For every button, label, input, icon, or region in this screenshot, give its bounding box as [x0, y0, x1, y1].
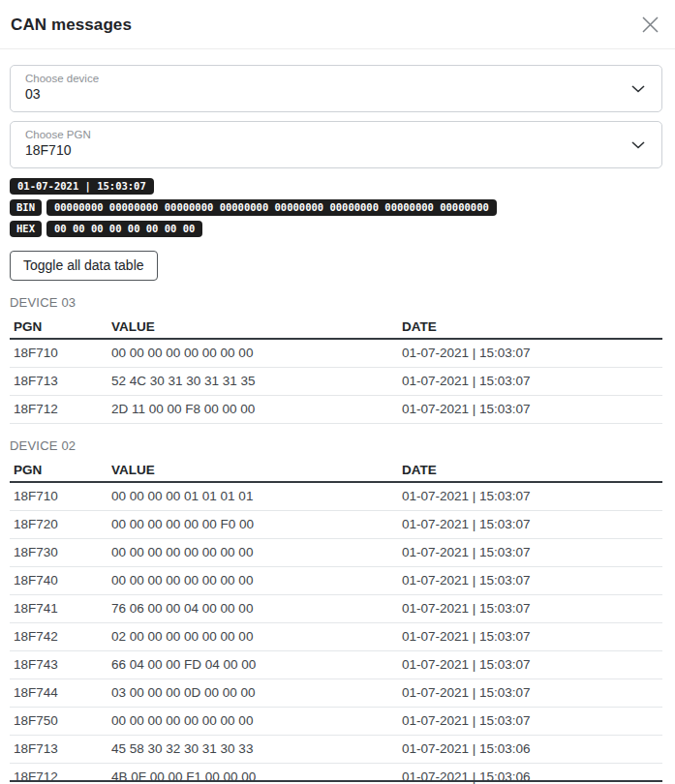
- column-header-pgn: PGN: [10, 315, 107, 339]
- pgn-cell: 18F710: [10, 482, 107, 511]
- partial-next-table-border: [10, 780, 662, 782]
- table-row: 18F7122D 11 00 00 F8 00 00 0001-07-2021 …: [10, 396, 662, 424]
- can-messages-table: PGNVALUEDATE 18F71000 00 00 00 01 01 01 …: [10, 458, 662, 784]
- date-cell: 01-07-2021 | 15:03:06: [398, 736, 662, 764]
- table-row: 18F74000 00 00 00 00 00 00 0001-07-2021 …: [10, 567, 662, 595]
- date-cell: 01-07-2021 | 15:03:07: [398, 539, 662, 567]
- pgn-cell: 18F713: [10, 368, 107, 396]
- table-row: 18F74202 00 00 00 00 00 00 0001-07-2021 …: [10, 623, 662, 651]
- value-cell: 66 04 00 00 FD 04 00 00: [107, 651, 398, 679]
- table-row: 18F71352 4C 30 31 30 31 31 3501-07-2021 …: [10, 368, 662, 396]
- value-cell: 76 06 00 00 04 00 00 00: [107, 595, 398, 623]
- table-row: 18F75000 00 00 00 00 00 00 0001-07-2021 …: [10, 708, 662, 736]
- message-preview: 01-07-2021 | 15:03:07 BIN00000000 000000…: [10, 178, 662, 237]
- table-header-row: PGNVALUEDATE: [10, 458, 662, 482]
- table-row: 18F71000 00 00 00 00 00 00 0001-07-2021 …: [10, 339, 662, 368]
- device-table-section: DEVICE 03 PGNVALUEDATE 18F71000 00 00 00…: [10, 295, 662, 424]
- date-cell: 01-07-2021 | 15:03:07: [398, 623, 662, 651]
- pgn-cell: 18F743: [10, 651, 107, 679]
- table-row: 18F74403 00 00 00 0D 00 00 0001-07-2021 …: [10, 679, 662, 708]
- table-row: 18F73000 00 00 00 00 00 00 0001-07-2021 …: [10, 539, 662, 567]
- device-table-section: DEVICE 02 PGNVALUEDATE 18F71000 00 00 00…: [10, 438, 662, 784]
- hex-value-badge: 00 00 00 00 00 00 00 00: [46, 221, 202, 237]
- toggle-all-data-table-button[interactable]: Toggle all data table: [10, 251, 158, 281]
- close-button[interactable]: [639, 14, 661, 36]
- pgn-select[interactable]: Choose PGN 18F710: [10, 121, 662, 168]
- chevron-down-icon: [631, 141, 645, 149]
- value-cell: 2D 11 00 00 F8 00 00 00: [107, 396, 398, 424]
- table-body: 18F71000 00 00 00 00 00 00 0001-07-2021 …: [10, 339, 662, 424]
- pgn-cell: 18F710: [10, 339, 107, 368]
- date-cell: 01-07-2021 | 15:03:07: [398, 511, 662, 539]
- pgn-cell: 18F740: [10, 567, 107, 595]
- pgn-select-value: 18F710: [25, 142, 623, 158]
- dialog-content: Choose device 03 Choose PGN 18F710 01-07…: [0, 65, 675, 784]
- column-header-value: VALUE: [107, 458, 398, 482]
- device-select[interactable]: Choose device 03: [10, 65, 662, 112]
- close-icon: [641, 22, 660, 37]
- date-cell: 01-07-2021 | 15:03:07: [398, 396, 662, 424]
- device-table-title: DEVICE 03: [10, 295, 662, 310]
- pgn-select-label: Choose PGN: [25, 129, 623, 140]
- value-cell: 00 00 00 00 00 00 F0 00: [107, 511, 398, 539]
- table-row: 18F71345 58 30 32 30 31 30 3301-07-2021 …: [10, 736, 662, 764]
- hex-row: HEX00 00 00 00 00 00 00 00: [10, 221, 662, 237]
- device-select-value: 03: [25, 86, 623, 102]
- column-header-date: DATE: [398, 458, 662, 482]
- bin-value-badge: 00000000 00000000 00000000 00000000 0000…: [46, 199, 497, 216]
- date-cell: 01-07-2021 | 15:03:07: [398, 595, 662, 623]
- value-cell: 00 00 00 00 00 00 00 00: [107, 567, 398, 595]
- table-row: 18F72000 00 00 00 00 00 F0 0001-07-2021 …: [10, 511, 662, 539]
- value-cell: 00 00 00 00 00 00 00 00: [107, 339, 398, 368]
- bin-label-badge: BIN: [10, 199, 42, 216]
- date-cell: 01-07-2021 | 15:03:07: [398, 567, 662, 595]
- can-messages-table: PGNVALUEDATE 18F71000 00 00 00 00 00 00 …: [10, 315, 662, 424]
- bin-row: BIN00000000 00000000 00000000 00000000 0…: [10, 199, 662, 216]
- table-body: 18F71000 00 00 00 01 01 01 0101-07-2021 …: [10, 482, 662, 784]
- dialog-header: CAN messages: [0, 0, 675, 49]
- pgn-cell: 18F713: [10, 736, 107, 764]
- value-cell: 00 00 00 00 00 00 00 00: [107, 708, 398, 736]
- table-row: 18F74366 04 00 00 FD 04 00 0001-07-2021 …: [10, 651, 662, 679]
- column-header-value: VALUE: [107, 315, 398, 339]
- pgn-cell: 18F742: [10, 623, 107, 651]
- timestamp-row: 01-07-2021 | 15:03:07: [10, 178, 662, 195]
- can-messages-dialog: { "dialog": { "title": "CAN messages" },…: [0, 0, 675, 784]
- chevron-down-icon: [631, 85, 645, 93]
- value-cell: 03 00 00 00 0D 00 00 00: [107, 679, 398, 708]
- date-cell: 01-07-2021 | 15:03:07: [398, 368, 662, 396]
- date-cell: 01-07-2021 | 15:03:07: [398, 708, 662, 736]
- column-header-pgn: PGN: [10, 458, 107, 482]
- value-cell: 02 00 00 00 00 00 00 00: [107, 623, 398, 651]
- value-cell: 52 4C 30 31 30 31 31 35: [107, 368, 398, 396]
- pgn-cell: 18F720: [10, 511, 107, 539]
- value-cell: 00 00 00 00 01 01 01 01: [107, 482, 398, 511]
- pgn-cell: 18F744: [10, 679, 107, 708]
- value-cell: 45 58 30 32 30 31 30 33: [107, 736, 398, 764]
- date-cell: 01-07-2021 | 15:03:07: [398, 339, 662, 368]
- pgn-cell: 18F750: [10, 708, 107, 736]
- value-cell: 00 00 00 00 00 00 00 00: [107, 539, 398, 567]
- device-tables: DEVICE 03 PGNVALUEDATE 18F71000 00 00 00…: [10, 295, 662, 784]
- pgn-cell: 18F712: [10, 396, 107, 424]
- date-cell: 01-07-2021 | 15:03:07: [398, 482, 662, 511]
- page-title: CAN messages: [11, 15, 132, 35]
- device-select-label: Choose device: [25, 73, 623, 84]
- table-row: 18F74176 06 00 00 04 00 00 0001-07-2021 …: [10, 595, 662, 623]
- pgn-cell: 18F741: [10, 595, 107, 623]
- timestamp-badge: 01-07-2021 | 15:03:07: [10, 178, 154, 195]
- table-row: 18F71000 00 00 00 01 01 01 0101-07-2021 …: [10, 482, 662, 511]
- date-cell: 01-07-2021 | 15:03:07: [398, 679, 662, 708]
- hex-label-badge: HEX: [10, 221, 42, 237]
- date-cell: 01-07-2021 | 15:03:07: [398, 651, 662, 679]
- device-table-title: DEVICE 02: [10, 438, 662, 453]
- column-header-date: DATE: [398, 315, 662, 339]
- pgn-cell: 18F730: [10, 539, 107, 567]
- table-header-row: PGNVALUEDATE: [10, 315, 662, 339]
